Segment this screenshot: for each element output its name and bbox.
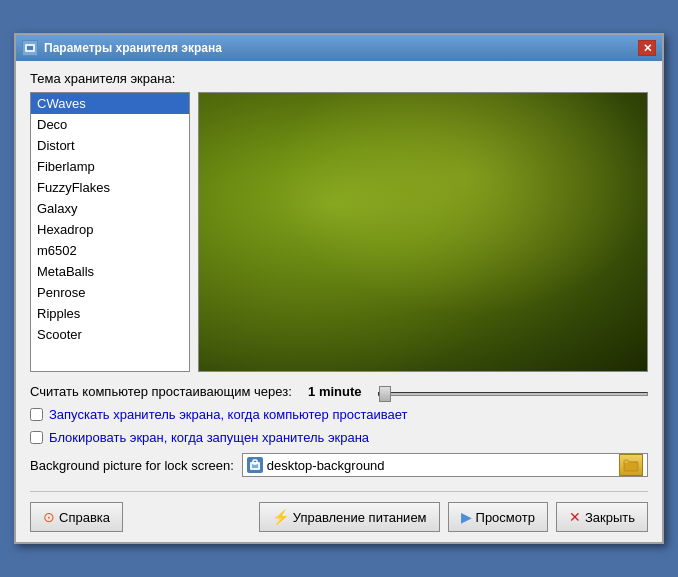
idle-label: Считать компьютер простаивающим через:: [30, 384, 292, 399]
power-label: Управление питанием: [293, 510, 427, 525]
theme-list-container: CWaves Deco Distort Fiberlamp FuzzyFlake…: [30, 92, 190, 372]
preview-icon: ▶: [461, 509, 472, 525]
checkbox-row-2: Блокировать экран, когда запущен храните…: [30, 430, 648, 445]
titlebar: Параметры хранителя экрана ✕: [16, 35, 662, 61]
screensaver-preview: [198, 92, 648, 372]
dialog-body: Тема хранителя экрана: CWaves Deco Disto…: [16, 61, 662, 542]
list-item[interactable]: Hexadrop: [31, 219, 189, 240]
idle-slider[interactable]: [378, 392, 648, 396]
right-buttons: ⚡ Управление питанием ▶ Просмотр ✕ Закры…: [259, 502, 648, 532]
preview-button[interactable]: ▶ Просмотр: [448, 502, 548, 532]
list-item[interactable]: Penrose: [31, 282, 189, 303]
slider-container: [378, 384, 648, 399]
lock-screen-row: Background picture for lock screen:: [30, 453, 648, 477]
theme-area: CWaves Deco Distort Fiberlamp FuzzyFlake…: [30, 92, 648, 372]
titlebar-left: Параметры хранителя экрана: [22, 40, 222, 56]
idle-value: 1 minute: [300, 384, 370, 399]
list-item[interactable]: Ripples: [31, 303, 189, 324]
lock-screen-input[interactable]: [267, 458, 615, 473]
preview-label: Просмотр: [476, 510, 535, 525]
checkbox-row-1: Запускать хранитель экрана, когда компью…: [30, 407, 648, 422]
list-item[interactable]: Fiberlamp: [31, 156, 189, 177]
lock-screen-input-area: [242, 453, 648, 477]
help-icon: ⊙: [43, 509, 55, 525]
idle-row: Считать компьютер простаивающим через: 1…: [30, 384, 648, 399]
help-label: Справка: [59, 510, 110, 525]
close-label: Закрыть: [585, 510, 635, 525]
theme-list[interactable]: CWaves Deco Distort Fiberlamp FuzzyFlake…: [30, 92, 190, 372]
list-item[interactable]: m6502: [31, 240, 189, 261]
list-item[interactable]: MetaBalls: [31, 261, 189, 282]
power-button[interactable]: ⚡ Управление питанием: [259, 502, 440, 532]
screensaver-checkbox[interactable]: [30, 408, 43, 421]
list-item[interactable]: Galaxy: [31, 198, 189, 219]
list-item[interactable]: Distort: [31, 135, 189, 156]
close-button[interactable]: ✕ Закрыть: [556, 502, 648, 532]
power-icon: ⚡: [272, 509, 289, 525]
list-item[interactable]: Scooter: [31, 324, 189, 345]
screensaver-dialog: Параметры хранителя экрана ✕ Тема хранит…: [14, 33, 664, 544]
lock-screen-icon: [247, 457, 263, 473]
svg-rect-1: [27, 46, 33, 50]
close-icon[interactable]: ✕: [638, 40, 656, 56]
close-x-icon: ✕: [569, 509, 581, 525]
lock-screen-folder-button[interactable]: [619, 454, 643, 476]
screensaver-checkbox-label[interactable]: Запускать хранитель экрана, когда компью…: [49, 407, 407, 422]
lock-checkbox-label[interactable]: Блокировать экран, когда запущен храните…: [49, 430, 369, 445]
dialog-title: Параметры хранителя экрана: [44, 41, 222, 55]
lock-screen-label: Background picture for lock screen:: [30, 458, 234, 473]
dialog-icon: [22, 40, 38, 56]
list-item[interactable]: Deco: [31, 114, 189, 135]
help-button[interactable]: ⊙ Справка: [30, 502, 123, 532]
theme-section-label: Тема хранителя экрана:: [30, 71, 648, 86]
lock-checkbox[interactable]: [30, 431, 43, 444]
list-item[interactable]: FuzzyFlakes: [31, 177, 189, 198]
list-item[interactable]: CWaves: [31, 93, 189, 114]
svg-rect-5: [624, 462, 638, 471]
button-row: ⊙ Справка ⚡ Управление питанием ▶ Просмо…: [30, 491, 648, 532]
